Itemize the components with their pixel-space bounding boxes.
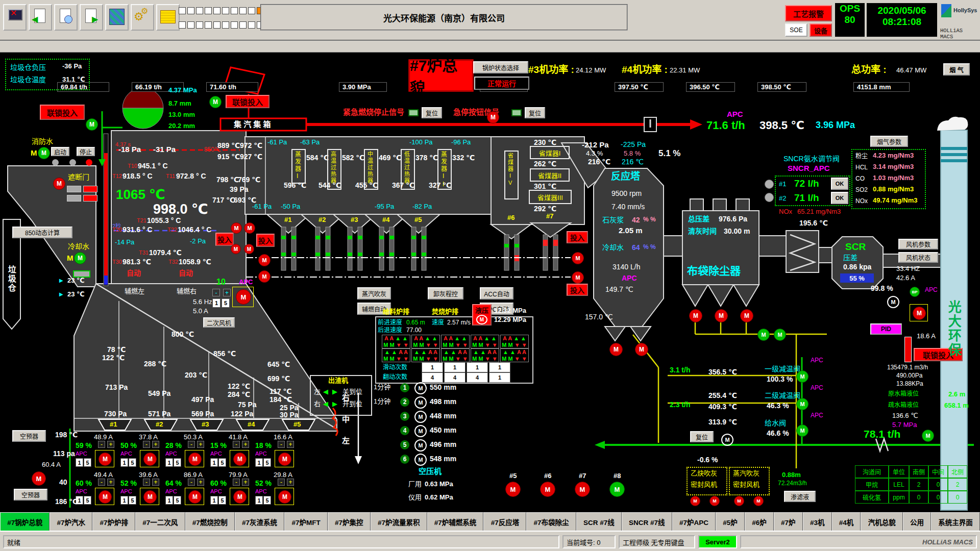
conveyor-end-motor-2[interactable]: M [572,271,584,284]
toolbar-check-row-2[interactable] [179,21,265,29]
fan-plus[interactable]: + [287,441,294,448]
grate-cell[interactable]: A A ▲ ▲M M ▼ ▼ [500,335,529,348]
fan-minus[interactable]: - [143,479,150,486]
feed-button-1[interactable]: 投入 [215,233,234,246]
tab-baghouse[interactable]: #7布袋除尘 [526,512,576,531]
tab-reactor[interactable]: #7反应塔 [483,512,526,531]
tab-ash[interactable]: #7灰渣系统 [235,512,284,531]
interlock-button-2[interactable]: 联锁投入 [226,95,270,108]
run-state-button[interactable]: 正常运行 [474,77,529,90]
page-history-icon[interactable] [54,4,78,31]
ash-conveyor-1[interactable]: M [757,329,770,341]
page-forward-icon[interactable]: ▶ [80,4,103,31]
feed-button-2[interactable]: 投入 [256,234,275,247]
tab-turbine-overview[interactable]: 汽机总貌 [861,512,902,531]
seal-fan-4[interactable]: M [753,496,764,506]
level-valve[interactable]: M [414,411,427,423]
calc-850-button[interactable]: 850动态计算 [12,227,72,238]
grate-cell[interactable]: A A ▲ ▲M M ▼ ▼ [441,335,470,348]
grate-cell[interactable]: A A ▲ ▲M M ▼ ▼ [471,335,499,348]
fan-motor[interactable]: M [143,453,157,466]
fan-status-button[interactable]: 风机状态 [898,252,938,263]
seal-fan-3[interactable]: M [734,496,744,506]
conveyor-motor[interactable]: M [231,222,242,234]
feedwater-valve[interactable]: M [796,424,808,437]
feed-button-4[interactable]: 投入 [567,284,588,296]
fan-plus[interactable]: + [242,441,249,448]
conveyor-end-motor-1[interactable]: M [572,252,584,264]
feed-button-3[interactable]: 投入 [567,231,588,243]
alarm-note-icon[interactable] [156,4,180,31]
tab-boiler-5[interactable]: #5炉 [716,512,745,531]
hydraulic-box[interactable]: 液压M [472,304,492,325]
tab-sncr[interactable]: SNCR #7线 [622,512,672,531]
sncr-pump-2[interactable] [765,193,774,202]
tab-mft[interactable]: #7炉MFT [284,512,328,531]
reactor-discharge-2[interactable]: M [635,343,648,356]
level-valve[interactable]: M [414,425,427,437]
grate-cell[interactable]: ▲ ▲ A AM M ▼ ▼ [500,348,529,362]
fan-minus[interactable]: - [233,479,240,486]
soe-button[interactable]: SOE [785,23,807,37]
fan-motor[interactable]: M [99,453,112,466]
level-valve[interactable]: M [414,454,427,466]
fan-motor[interactable]: M [233,490,247,504]
page-back-icon[interactable]: ◀ [29,4,52,31]
tab-turbine-3[interactable]: #3机 [803,512,832,531]
fan-motor[interactable]: M [188,490,202,504]
fw-inlet-valve[interactable]: M [922,430,934,442]
fan-minus[interactable]: - [278,479,285,486]
grate-cell[interactable]: A A ▲ ▲M M ▼ ▼ [382,335,410,348]
fan-params-button[interactable]: 风机参数 [898,239,938,249]
fan-plus[interactable]: + [197,441,204,448]
device-alarm-button[interactable]: 设备 [810,23,832,37]
burn-stop-reset-button[interactable]: 复位 [422,107,442,118]
compressor-5[interactable]: M [505,482,521,497]
interlock-button-1[interactable]: 联锁投入 [40,105,85,120]
flue-params-button[interactable]: 烟气参数 [870,136,908,147]
fan-minus[interactable]: - [143,441,150,448]
aph-motor[interactable]: M [32,471,46,486]
tab-common[interactable]: 公用 [903,512,931,531]
fire-water-motor[interactable]: M [38,147,50,159]
estop-reset-button[interactable]: 复位 [525,107,545,118]
air-preheater-button-2[interactable]: 空预器 [14,489,47,500]
drum-valve-motor[interactable]: M [86,118,98,131]
conveyor-motor[interactable]: M [258,254,271,266]
fan-minus[interactable]: - [278,441,285,448]
reactor-discharge-1[interactable]: M [609,343,623,356]
tab-scr[interactable]: SCR #7线 [576,512,622,531]
ash-conveyor-2[interactable]: M [774,329,786,341]
air-preheater-button-1[interactable]: 空预器 [12,430,46,442]
fan-plus[interactable]: + [152,479,159,486]
fan-motor[interactable]: M [278,490,291,504]
compressor-7[interactable]: M [575,482,590,497]
bag-discharge-3[interactable]: M [740,309,753,322]
idfan-valve[interactable]: M [887,296,899,308]
grate-cell[interactable]: ▲ ▲ A AM M ▼ ▼ [471,348,499,362]
fan-motor[interactable]: M [143,490,157,504]
compressor-8[interactable]: M [609,482,625,497]
grate-cell[interactable]: ▲ ▲ A AM M ▼ ▼ [382,348,410,362]
tab-grate[interactable]: #7炉炉排 [92,512,135,531]
steam-sootblow-button[interactable]: 蒸汽吹灰 [357,287,391,299]
fw-line-valve[interactable]: M [721,434,733,446]
tab-air[interactable]: #7一二次风 [135,512,185,531]
tab-flow-total[interactable]: #7炉流量累积 [371,512,427,531]
conveyor-motor[interactable]: M [231,244,241,254]
fan2-plus-button[interactable]: + [223,289,231,296]
grate-cell[interactable]: ▲ ▲ A AM M ▼ ▼ [441,348,470,362]
spray1-valve[interactable]: M [796,370,808,383]
fan2-button[interactable]: 二次风机 [203,317,235,328]
fw-reset-button[interactable]: 复位 [690,431,714,442]
conveyor-motor[interactable]: M [244,222,255,234]
fan-plus[interactable]: + [107,479,114,486]
fan-plus[interactable]: + [242,479,249,486]
toolbar-check-row-1[interactable] [179,7,265,14]
sncr-pump-1[interactable] [765,180,774,189]
conveyor-motor[interactable]: M [244,244,254,254]
leachate-button[interactable]: 渗滤液 [784,491,816,502]
sncr-ok-2[interactable]: OK [831,192,848,204]
tab-apc[interactable]: #7炉APC [672,512,716,531]
fan2-minus-button[interactable]: - [212,289,220,296]
